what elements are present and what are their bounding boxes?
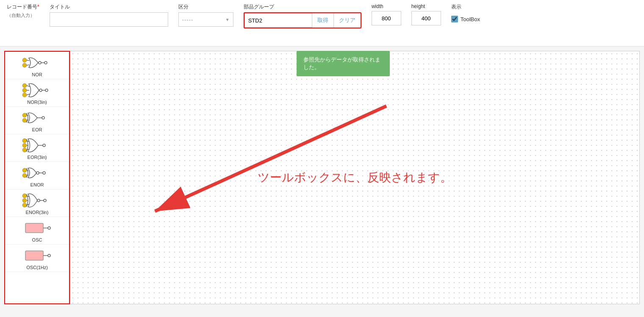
nor3in-label: NOR(3in) (27, 100, 47, 105)
hyoji-label: 表示 (451, 3, 480, 11)
kubun-group: 区分 ----- ▼ (178, 3, 233, 27)
enor-icon (20, 164, 54, 181)
svg-line-34 (27, 175, 28, 175)
svg-rect-49 (25, 251, 43, 260)
success-toast: 参照先からデータが取得されました。 (297, 51, 390, 76)
toolbox-checkbox[interactable] (451, 16, 458, 22)
svg-line-18 (27, 115, 28, 116)
top-bar: レコード番号* （自動入力） タイトル 区分 ----- ▼ 部品グループ 取得… (0, 0, 644, 47)
svg-point-9 (22, 93, 27, 97)
title-input[interactable] (50, 12, 168, 27)
chevron-down-icon: ▼ (225, 17, 230, 22)
list-item[interactable]: ENOR (5, 162, 69, 189)
svg-point-48 (48, 227, 50, 229)
svg-line-19 (27, 120, 28, 120)
enor3in-icon (20, 192, 54, 209)
eor3in-icon (20, 137, 54, 154)
svg-point-23 (22, 143, 27, 147)
svg-point-45 (44, 199, 46, 202)
svg-point-16 (22, 113, 27, 117)
svg-line-3 (27, 60, 29, 61)
get-button[interactable]: 取得 (312, 13, 334, 28)
svg-point-32 (36, 172, 39, 174)
svg-point-1 (22, 63, 27, 67)
height-input[interactable] (411, 11, 441, 25)
eor3in-label: EOR(3in) (28, 155, 47, 160)
clear-button[interactable]: クリア (334, 13, 361, 28)
kubun-value: ----- (182, 17, 194, 23)
nor3in-icon (20, 82, 54, 99)
svg-point-30 (22, 168, 27, 172)
list-item[interactable]: NOR(3in) (5, 79, 69, 107)
svg-point-51 (48, 254, 50, 257)
width-input[interactable] (372, 11, 401, 25)
svg-point-0 (22, 58, 27, 62)
svg-point-6 (44, 61, 47, 64)
osc-label: OSC (32, 237, 42, 242)
svg-point-36 (43, 172, 45, 174)
title-group: タイトル (50, 3, 168, 27)
toolbox-checkbox-group: ToolBox (451, 16, 480, 22)
enor3in-label: ENOR(3in) (26, 210, 49, 215)
svg-point-7 (22, 83, 27, 88)
toolbox-panel: NOR NOR(3in) (4, 51, 70, 304)
toolbox-label: ToolBox (461, 16, 480, 22)
buhin-label: 部品グループ (244, 3, 361, 11)
eor-label: EOR (32, 127, 42, 132)
canvas-annotation-text: ツールボックスに、反映されます。 (258, 170, 452, 186)
list-item[interactable]: OSC(1Hz) (5, 245, 69, 272)
buhin-group: 部品グループ 取得 クリア (244, 3, 361, 28)
svg-line-33 (27, 170, 28, 171)
list-item[interactable]: OSC (5, 217, 69, 245)
list-item[interactable]: EOR (5, 107, 69, 134)
svg-point-29 (43, 144, 45, 147)
osc1hz-icon (20, 247, 54, 264)
width-group: width (372, 3, 401, 25)
svg-point-8 (22, 88, 27, 92)
svg-line-13 (27, 94, 30, 95)
hyoji-group: 表示 ToolBox (451, 3, 480, 22)
record-number-label: レコード番号* (7, 3, 39, 11)
list-item[interactable]: ENOR(3in) (5, 189, 69, 217)
svg-point-40 (37, 199, 40, 202)
eor-icon (20, 109, 54, 126)
enor-label: ENOR (31, 182, 44, 187)
record-auto-label: （自動入力） (7, 12, 39, 19)
nor-icon (20, 54, 54, 71)
osc-icon (20, 220, 54, 236)
list-item[interactable]: EOR(3in) (5, 134, 69, 162)
svg-line-11 (27, 86, 30, 86)
height-group: height (411, 3, 441, 25)
list-item[interactable]: NOR (5, 52, 69, 79)
height-label: height (411, 3, 441, 9)
record-number-group: レコード番号* （自動入力） (7, 3, 39, 19)
buhin-input-group: 取得 クリア (244, 12, 361, 28)
buhin-input[interactable] (244, 13, 312, 28)
title-label: タイトル (50, 3, 168, 11)
svg-line-4 (27, 65, 29, 65)
main-area: NOR NOR(3in) (0, 47, 644, 309)
nor-label: NOR (32, 72, 42, 77)
svg-point-2 (39, 61, 41, 64)
kubun-select[interactable]: ----- ▼ (178, 12, 233, 27)
svg-point-21 (42, 117, 44, 119)
svg-point-10 (39, 89, 42, 92)
svg-rect-46 (25, 223, 43, 233)
osc1hz-label: OSC(1Hz) (26, 265, 48, 270)
svg-point-38 (22, 198, 27, 203)
annotation-arrow (70, 51, 639, 304)
svg-point-17 (22, 118, 27, 122)
canvas-area[interactable]: ツールボックスに、反映されます。 (70, 51, 640, 304)
width-label: width (372, 3, 401, 9)
svg-point-31 (22, 173, 27, 178)
kubun-label: 区分 (178, 3, 233, 11)
svg-point-15 (45, 89, 48, 92)
